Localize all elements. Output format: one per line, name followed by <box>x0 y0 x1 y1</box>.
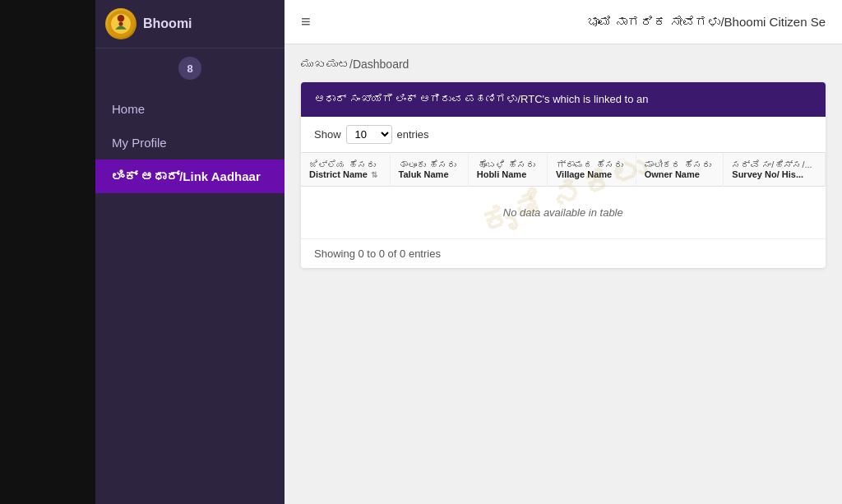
sidebar-nav: Home My Profile ಲಿಂಕ್ ಆಧಾರ್/Link Aadhaar <box>95 92 285 193</box>
col-district: ಜಿಲ್ಲೆಯ ಹೆಸರು District Name⇅ <box>301 153 390 187</box>
table-footer: Showing 0 to 0 of 0 entries <box>301 238 826 268</box>
page-content: ಮುಖಪುಟ/Dashboard ಆಧಾರ್ ಸಂಖ್ಯೆಗೆ ಲಿಂಕ್ ಆಗ… <box>285 44 842 504</box>
no-data-row: No data available in table <box>301 187 826 239</box>
sidebar-brand-label: Bhoomi <box>143 16 192 31</box>
table-card-header: ಆಧಾರ್ ಸಂಖ್ಯೆಗೆ ಲಿಂಕ್ ಆಗಿರುವ ಪಹಣಿಗಳು/RTC'… <box>301 82 826 117</box>
bhoomi-logo <box>105 8 136 39</box>
col-village: ಗ್ರಾಮದ ಹೆಸರು Village Name <box>547 153 636 187</box>
topbar: ≡ ಭೂಮಿ ನಾಗರಿಕ ಸೇವೆಗಳು/Bhoomi Citizen Se <box>285 0 842 44</box>
sort-icon-district[interactable]: ⇅ <box>371 170 377 179</box>
table-card: ಆಧಾರ್ ಸಂಖ್ಯೆಗೆ ಲಿಂಕ್ ಆಗಿರುವ ಪಹಣಿಗಳು/RTC'… <box>301 82 826 268</box>
sidebar-item-link-aadhaar[interactable]: ಲಿಂಕ್ ಆಧಾರ್/Link Aadhaar <box>95 160 285 193</box>
col-hobli: ಹೊಬಳಿ ಹೆಸರು Hobli Name <box>468 153 547 187</box>
svg-point-3 <box>118 21 123 25</box>
svg-point-2 <box>118 15 125 22</box>
main-content: ≡ ಭೂಮಿ ನಾಗರಿಕ ಸೇವೆಗಳು/Bhoomi Citizen Se … <box>285 0 842 504</box>
col-survey: ಸರ್ವೆ ಸಂ/ಹಿಸ್ಸ/... Survey No/ His... <box>724 153 826 187</box>
sidebar: Bhoomi 8 Home My Profile ಲಿಂಕ್ ಆಧಾರ್/Lin… <box>95 0 285 504</box>
col-taluk: ತಾಲೂಕು ಹೆಸರು Taluk Name <box>390 153 468 187</box>
no-data-message: No data available in table <box>301 187 826 239</box>
notification-badge: 8 <box>178 57 201 80</box>
table-controls: Show 10 25 50 100 entries <box>301 117 826 152</box>
entries-select[interactable]: 10 25 50 100 <box>346 125 392 144</box>
show-label: Show <box>314 128 341 141</box>
col-owner: ಮಾಲೀಕರ ಹೆಸರು Owner Name <box>636 153 724 187</box>
topbar-title: ಭೂಮಿ ನಾಗರಿಕ ಸೇವೆಗಳು/Bhoomi Citizen Se <box>587 15 826 29</box>
hamburger-menu-icon[interactable]: ≡ <box>301 12 311 31</box>
breadcrumb: ಮುಖಪುಟ/Dashboard <box>301 58 826 71</box>
table-header-row: ಜಿಲ್ಲೆಯ ಹೆಸರು District Name⇅ ತಾಲೂಕು ಹೆಸರ… <box>301 153 826 187</box>
table-wrapper: ಕೃತಿ ನಕಲು ಜಿಲ್ಲೆಯ ಹೆಸರು District Name⇅ ತ… <box>301 152 826 238</box>
sidebar-badge-area: 8 <box>95 49 285 84</box>
sidebar-item-home[interactable]: Home <box>95 92 285 126</box>
entries-label: entries <box>397 128 429 141</box>
black-left-panel <box>0 0 95 504</box>
sidebar-header: Bhoomi <box>95 0 285 49</box>
sidebar-item-my-profile[interactable]: My Profile <box>95 126 285 160</box>
data-table: ಜಿಲ್ಲೆಯ ಹೆಸರು District Name⇅ ತಾಲೂಕು ಹೆಸರ… <box>301 152 826 238</box>
